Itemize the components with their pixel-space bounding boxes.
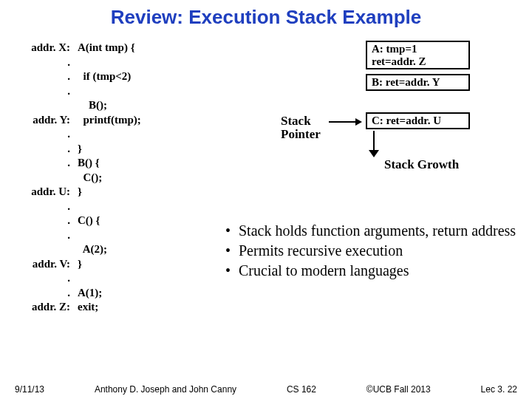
addr-label: .: [15, 156, 78, 171]
code-row: addr. Y: printf(tmp);: [15, 113, 222, 128]
code-text: C() {: [78, 214, 222, 228]
code-text: [78, 55, 222, 70]
addr-label: addr. Y:: [15, 113, 78, 128]
addr-label: .: [15, 69, 78, 84]
frame-a-line2: ret=addr. Z: [372, 55, 464, 68]
code-text: A(2);: [78, 242, 222, 257]
stack-growth-label: Stack Growth: [384, 157, 459, 172]
addr-label: .: [15, 286, 78, 301]
code-text: C();: [78, 171, 222, 185]
frame-a-line1: A: tmp=1: [372, 43, 464, 55]
code-text: A(int tmp) {: [78, 41, 222, 55]
code-text: if (tmp<2): [78, 69, 222, 84]
footer-date: 9/11/13: [15, 384, 44, 395]
code-row: .: [15, 228, 222, 243]
addr-label: addr. Z:: [15, 300, 78, 315]
addr-label: .: [15, 228, 78, 243]
bullet-dot-icon: •: [225, 222, 239, 240]
code-row: A(2);: [15, 242, 222, 257]
addr-label: addr. U:: [15, 185, 78, 200]
code-text: B() {: [78, 156, 222, 171]
code-row: addr. Z:exit;: [15, 300, 222, 315]
stack-growth-arrow-icon: [369, 131, 379, 157]
bullet-text: Permits recursive execution: [239, 242, 521, 260]
svg-marker-3: [369, 150, 379, 157]
bullet-text: Crucial to modern languages: [239, 262, 521, 280]
bullet-dot-icon: •: [225, 262, 239, 280]
bullet-dot-icon: •: [225, 242, 239, 260]
addr-label: addr. X:: [15, 41, 78, 55]
footer-copyright: ©UCB Fall 2013: [366, 384, 431, 395]
code-text: exit;: [78, 300, 222, 315]
code-row: .A(1);: [15, 286, 222, 301]
addr-label: [15, 242, 78, 257]
addr-label: .: [15, 84, 78, 99]
code-row: addr. V:}: [15, 257, 222, 272]
code-row: addr. U:}: [15, 185, 222, 200]
code-row: B();: [15, 98, 222, 113]
code-row: .: [15, 127, 222, 142]
addr-label: .: [15, 142, 78, 157]
addr-label: .: [15, 271, 78, 286]
code-text: printf(tmp);: [78, 113, 222, 128]
stack-pointer-arrow-icon: [329, 118, 362, 126]
stack-frame-b: B: ret=addr. Y: [366, 74, 470, 91]
footer-authors: Anthony D. Joseph and John Canny: [95, 384, 236, 395]
code-text: [78, 228, 222, 243]
code-row: .C() {: [15, 214, 222, 228]
code-row: . if (tmp<2): [15, 69, 222, 84]
code-text: [78, 200, 222, 214]
slide-title: Review: Execution Stack Example: [0, 0, 532, 29]
code-row: .: [15, 271, 222, 286]
addr-label: [15, 98, 78, 113]
code-row: C();: [15, 171, 222, 185]
code-text: [78, 127, 222, 142]
code-row: addr. X:A(int tmp) {: [15, 41, 222, 55]
code-text: A(1);: [78, 286, 222, 301]
addr-label: .: [15, 214, 78, 228]
code-row: .}: [15, 142, 222, 157]
addr-label: .: [15, 127, 78, 142]
bullet-item: •Crucial to modern languages: [225, 262, 521, 280]
bullet-text: Stack holds function arguments, return a…: [239, 222, 521, 240]
svg-marker-1: [355, 118, 362, 126]
addr-label: addr. V:: [15, 257, 78, 272]
bullet-item: •Permits recursive execution: [225, 242, 521, 260]
footer-course: CS 162: [287, 384, 316, 395]
code-text: [78, 271, 222, 286]
bullet-list: •Stack holds function arguments, return …: [225, 222, 521, 282]
addr-label: [15, 171, 78, 185]
code-text: }: [78, 257, 222, 272]
code-text: B();: [78, 98, 222, 113]
addr-label: .: [15, 200, 78, 214]
code-row: .: [15, 55, 222, 70]
stack-pointer-label: StackPointer: [281, 115, 321, 141]
code-text: }: [78, 142, 222, 157]
code-text: [78, 84, 222, 99]
footer-lec: Lec 3. 22: [481, 384, 517, 395]
code-text: }: [78, 185, 222, 200]
slide-footer: 9/11/13 Anthony D. Joseph and John Canny…: [15, 384, 517, 395]
stack-frame-a: A: tmp=1 ret=addr. Z: [366, 41, 470, 69]
code-row: .: [15, 84, 222, 99]
code-listing: addr. X:A(int tmp) {.. if (tmp<2). B();a…: [15, 41, 222, 315]
addr-label: .: [15, 55, 78, 70]
stack-frame-c: C: ret=addr. U: [366, 112, 470, 129]
code-row: .B() {: [15, 156, 222, 171]
bullet-item: •Stack holds function arguments, return …: [225, 222, 521, 240]
code-row: .: [15, 200, 222, 214]
